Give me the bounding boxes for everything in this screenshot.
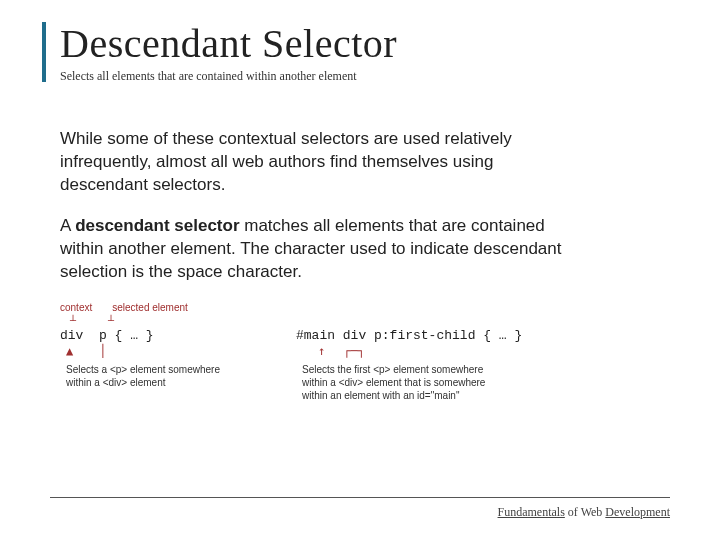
explanation-1: Selects a <p> element somewhere within a… [66,363,236,389]
explanation-2: Selects the first <p> element somewhere … [302,363,492,402]
paragraph-1: While some of these contextual selectors… [60,128,580,197]
page-title: Descendant Selector [60,20,670,67]
bracket-icon: ┌─┐ [343,345,365,357]
paragraph-2: A descendant selector matches all elemen… [60,215,580,284]
arrow-row-1: ▲ │ [66,345,236,357]
arrow-up-icon: ▲ [66,345,73,357]
example-1: context selected element ┴ ┴ div p { … }… [60,302,236,402]
code-example-1: div p { … } [60,328,236,343]
page-subtitle: Selects all elements that are contained … [60,69,670,84]
footer-text: Fundamentals of Web Development [498,505,670,520]
term-descendant-selector: descendant selector [75,216,239,235]
footer-rule [50,497,670,498]
para2-pre: A [60,216,75,235]
diagram-area: context selected element ┴ ┴ div p { … }… [60,302,670,402]
example-2: #main div p:first-child { … } ↑ ┌─┐ Sele… [296,302,522,402]
pipe-icon: │ [99,345,106,357]
arrow-row-2: ↑ ┌─┐ [318,345,522,357]
footer-word-3: Development [605,505,670,519]
code-example-2: #main div p:first-child { … } [296,328,522,343]
label-context: context [60,302,92,313]
footer-word-2: of Web [565,505,605,519]
labels-row: context selected element [60,302,236,313]
spacer [296,302,522,328]
label-selected-element: selected element [112,302,188,313]
arrow-up-icon: ↑ [318,345,325,357]
slide: Descendant Selector Selects all elements… [0,0,720,540]
accent-bar [42,22,46,82]
footer-word-1: Fundamentals [498,505,565,519]
tick-icon: ┴ [108,315,114,326]
tick-icon: ┴ [70,315,76,326]
ticks-row: ┴ ┴ [70,315,236,326]
